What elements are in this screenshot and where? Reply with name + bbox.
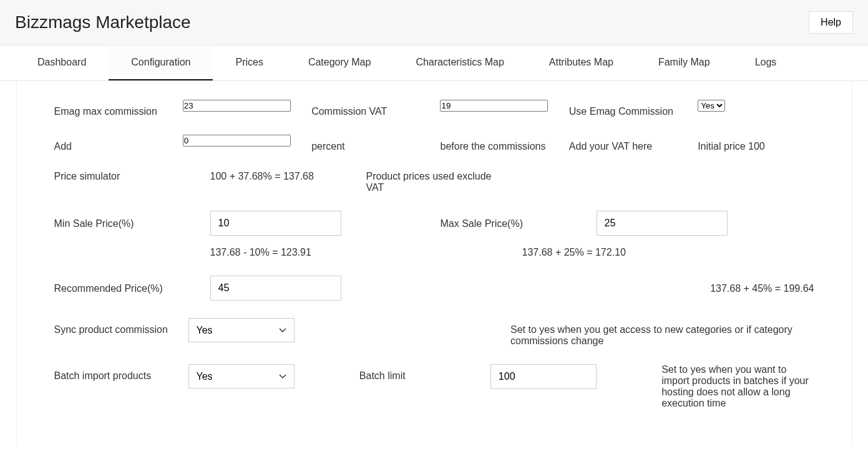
tab-logs[interactable]: Logs bbox=[733, 46, 799, 80]
max-sale-price-calc: 137.68 + 25% = 172.10 bbox=[522, 247, 666, 258]
min-sale-price-input[interactable] bbox=[210, 211, 341, 236]
commission-vat-label: Commission VAT bbox=[311, 100, 427, 117]
tab-dashboard[interactable]: Dashboard bbox=[15, 46, 109, 80]
batch-import-note: Set to yes when you want to import produ… bbox=[661, 364, 814, 409]
tabs-nav: Dashboard Configuration Prices Category … bbox=[0, 46, 868, 81]
max-sale-price-label: Max Sale Price(%) bbox=[441, 211, 584, 229]
tab-configuration[interactable]: Configuration bbox=[109, 46, 213, 80]
batch-import-label: Batch import products bbox=[54, 364, 176, 382]
price-simulator-note: Product prices used exclude VAT bbox=[366, 170, 504, 193]
sync-commission-label: Sync product commission bbox=[54, 318, 176, 335]
tab-attributes-map[interactable]: Attributes Map bbox=[527, 46, 636, 80]
config-form: Emag max commission Commission VAT Use E… bbox=[16, 81, 852, 445]
add-input[interactable] bbox=[183, 135, 291, 147]
help-button[interactable]: Help bbox=[809, 11, 853, 34]
initial-price-label: Initial price 100 bbox=[698, 135, 814, 152]
sync-commission-note: Set to yes when you get access to new ca… bbox=[510, 318, 814, 347]
tab-category-map[interactable]: Category Map bbox=[286, 46, 394, 80]
add-label: Add bbox=[54, 135, 170, 152]
batch-import-select[interactable]: Yes bbox=[188, 364, 295, 388]
use-emag-commission-select[interactable]: Yes bbox=[698, 100, 725, 112]
batch-limit-input[interactable] bbox=[490, 364, 597, 389]
price-simulator-label: Price simulator bbox=[54, 170, 198, 182]
recommended-price-calc: 137.68 + 45% = 199.64 bbox=[710, 276, 814, 294]
sync-commission-select[interactable]: Yes bbox=[188, 318, 295, 342]
use-emag-commission-label: Use Emag Commission bbox=[569, 100, 685, 117]
tab-prices[interactable]: Prices bbox=[213, 46, 285, 80]
max-sale-price-input[interactable] bbox=[597, 211, 728, 236]
recommended-price-input[interactable] bbox=[210, 276, 341, 301]
batch-limit-label: Batch limit bbox=[359, 364, 478, 382]
recommended-price-label: Recommended Price(%) bbox=[54, 276, 198, 294]
tab-family-map[interactable]: Family Map bbox=[636, 46, 733, 80]
page-title: Bizzmags Marketplace bbox=[15, 12, 191, 32]
page-header: Bizzmags Marketplace Help bbox=[0, 0, 868, 46]
tab-characteristics-map[interactable]: Characteristics Map bbox=[393, 46, 526, 80]
commission-vat-input[interactable] bbox=[440, 100, 548, 112]
add-position-label: before the commissions bbox=[440, 135, 556, 152]
min-sale-price-label: Min Sale Price(%) bbox=[54, 211, 198, 229]
add-vat-hint: Add your VAT here bbox=[569, 135, 685, 152]
min-sale-price-calc: 137.68 - 10% = 123.91 bbox=[210, 247, 354, 258]
emag-max-commission-input[interactable] bbox=[183, 100, 291, 112]
price-simulator-formula: 100 + 37.68% = 137.68 bbox=[210, 170, 354, 182]
emag-max-commission-label: Emag max commission bbox=[54, 100, 170, 117]
add-unit-label: percent bbox=[311, 135, 427, 152]
